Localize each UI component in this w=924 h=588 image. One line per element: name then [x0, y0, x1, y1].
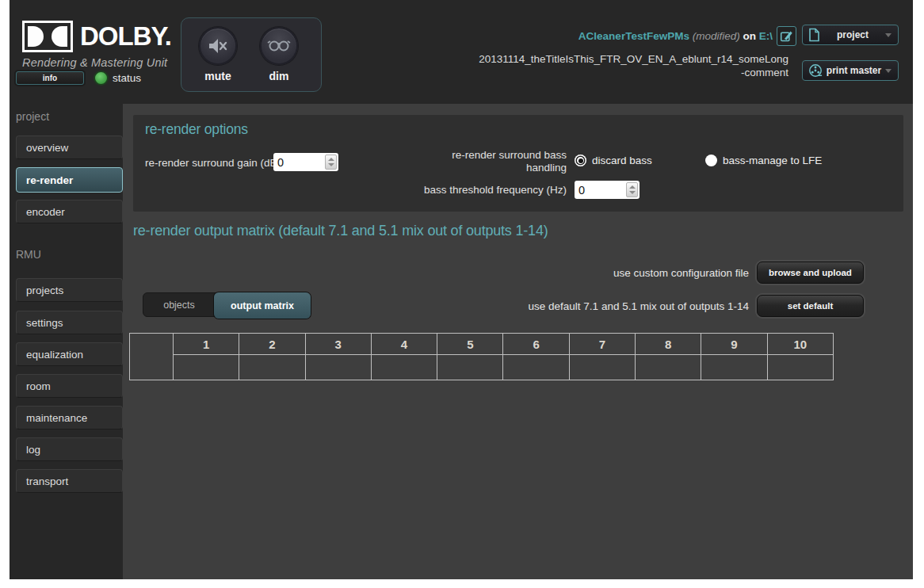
header-bar: DOLBY. Rendering & Mastering Unit info s…: [10, 0, 913, 104]
sidebar-section-project: project: [16, 110, 49, 123]
project-name: ACleanerTestFewPMs: [578, 30, 689, 42]
dolby-double-d-icon: [22, 21, 73, 52]
matrix-cell[interactable]: [636, 355, 701, 380]
print-master-dropdown[interactable]: print master: [802, 60, 899, 81]
matrix-col-header: 6: [503, 334, 569, 355]
bass-handling-label: re-render surround bass handling: [432, 149, 567, 174]
sidebar-item-encoder[interactable]: encoder: [16, 200, 123, 223]
matrix-tabs: objects output matrix: [143, 292, 311, 317]
re-render-options-title: re-render options: [145, 121, 248, 138]
bass-threshold-spin-buttons[interactable]: [626, 182, 638, 197]
main-content: re-render options re-render surround gai…: [123, 104, 913, 579]
bass-threshold-label: bass threshold frequency (Hz): [376, 184, 567, 196]
surround-gain-spin-buttons[interactable]: [325, 155, 337, 170]
print-master-dropdown-label: print master: [823, 65, 885, 76]
browse-and-upload-button[interactable]: browse and upload: [757, 262, 864, 284]
mute-button-label: mute: [199, 70, 237, 82]
bass-threshold-spinner: [575, 181, 640, 199]
dim-button[interactable]: [260, 27, 298, 65]
matrix-cell[interactable]: [174, 355, 239, 380]
matrix-corner-cell: [130, 334, 174, 380]
tab-output-matrix[interactable]: output matrix: [214, 292, 311, 319]
print-master-filename-line2: -comment: [479, 66, 788, 79]
surround-gain-label: re-render surround gain (dB): [145, 157, 281, 169]
matrix-col-header: 3: [305, 334, 371, 355]
matrix-cell[interactable]: [239, 355, 305, 380]
edit-project-button[interactable]: [777, 26, 796, 46]
set-default-button[interactable]: set default: [757, 295, 864, 317]
sidebar-item-log[interactable]: log: [16, 437, 123, 461]
custom-config-label: use custom configuration file: [440, 267, 749, 279]
chevron-down-icon: [885, 69, 892, 73]
matrix-cell[interactable]: [701, 355, 767, 380]
sidebar-item-transport[interactable]: transport: [16, 469, 123, 493]
chevron-down-icon: [885, 33, 892, 37]
surround-gain-input[interactable]: [273, 153, 323, 171]
matrix-col-header: 7: [569, 334, 635, 355]
radio-discard-bass[interactable]: discard bass: [575, 155, 652, 166]
radio-bass-manage-lfe[interactable]: bass-manage to LFE: [705, 155, 822, 166]
dolby-brand: DOLBY.: [22, 21, 171, 52]
print-master-filename-line1: 20131114_theTitleIsThis_FTR_OV_EN_A_eblu…: [479, 52, 788, 66]
matrix-cell[interactable]: [767, 355, 833, 380]
output-matrix-title: re-render output matrix (default 7.1 and…: [133, 223, 548, 239]
surround-gain-spinner: [273, 153, 338, 171]
matrix-col-header: 1: [174, 334, 239, 355]
matrix-col-header: 8: [636, 334, 701, 355]
spin-up-icon[interactable]: [629, 185, 636, 189]
sidebar-item-overview[interactable]: overview: [16, 136, 123, 159]
re-render-options-panel: re-render options re-render surround gai…: [133, 115, 903, 212]
spin-up-icon[interactable]: [328, 158, 334, 161]
print-master-filename: 20131114_theTitleIsThis_FTR_OV_EN_A_eblu…: [479, 52, 788, 79]
sidebar-item-projects[interactable]: projects: [16, 278, 123, 302]
dolby-wordmark: DOLBY.: [80, 21, 171, 52]
radio-button-icon[interactable]: [575, 155, 586, 166]
matrix-col-header: 2: [239, 334, 305, 355]
modified-note: (modified): [693, 30, 740, 42]
project-dropdown[interactable]: project: [802, 25, 899, 45]
mute-button[interactable]: [199, 27, 237, 65]
sidebar-item-equalization[interactable]: equalization: [16, 342, 123, 366]
edit-pencil-icon: [780, 29, 793, 43]
sidebar-section-rmu: RMU: [16, 248, 41, 261]
matrix-col-header: 5: [437, 334, 503, 355]
monitor-panel: mute dim: [181, 17, 322, 92]
sidebar-item-maintenance[interactable]: maintenance: [16, 406, 123, 430]
table-body-row: [130, 355, 834, 380]
spin-down-icon[interactable]: [328, 163, 334, 166]
table-header-row: 1 2 3 4 5 6 7 8 9 10: [130, 334, 834, 355]
radio-button-icon[interactable]: [705, 155, 717, 166]
bass-threshold-input[interactable]: [575, 181, 624, 199]
dim-glasses-icon: [267, 39, 291, 53]
use-default-label: use default 7.1 and 5.1 mix out of outpu…: [440, 300, 749, 312]
info-button[interactable]: info: [16, 71, 84, 85]
matrix-col-header: 9: [701, 334, 767, 355]
drive-letter: E:\: [759, 30, 773, 42]
matrix-col-header: 10: [767, 334, 833, 355]
matrix-col-header: 4: [371, 334, 437, 355]
radio-discard-bass-label: discard bass: [592, 155, 652, 166]
tab-objects[interactable]: objects: [143, 293, 215, 316]
sidebar-item-re-render[interactable]: re-render: [16, 167, 123, 193]
rmu-app-window: DOLBY. Rendering & Mastering Unit info s…: [10, 0, 913, 579]
spin-down-icon[interactable]: [629, 191, 636, 194]
output-matrix-table: 1 2 3 4 5 6 7 8 9 10: [129, 333, 834, 380]
matrix-cell[interactable]: [305, 355, 371, 380]
sidebar-item-room[interactable]: room: [16, 374, 123, 398]
status-label: status: [113, 72, 141, 84]
film-reel-icon: [808, 63, 823, 78]
on-word: on: [743, 30, 756, 42]
sidebar-item-settings[interactable]: settings: [16, 311, 123, 334]
radio-bass-manage-lfe-label: bass-manage to LFE: [723, 155, 822, 166]
mute-speaker-icon: [208, 37, 228, 55]
matrix-cell[interactable]: [503, 355, 569, 380]
document-icon: [808, 28, 820, 42]
status-light-icon: [94, 71, 109, 86]
matrix-cell[interactable]: [437, 355, 503, 380]
matrix-cell[interactable]: [371, 355, 437, 380]
project-dropdown-label: project: [820, 29, 885, 40]
brand-subtitle: Rendering & Mastering Unit: [22, 56, 197, 69]
project-session-line: ACleanerTestFewPMs (modified) on E:\: [578, 30, 773, 42]
matrix-cell[interactable]: [569, 355, 635, 380]
dim-button-label: dim: [260, 70, 298, 82]
